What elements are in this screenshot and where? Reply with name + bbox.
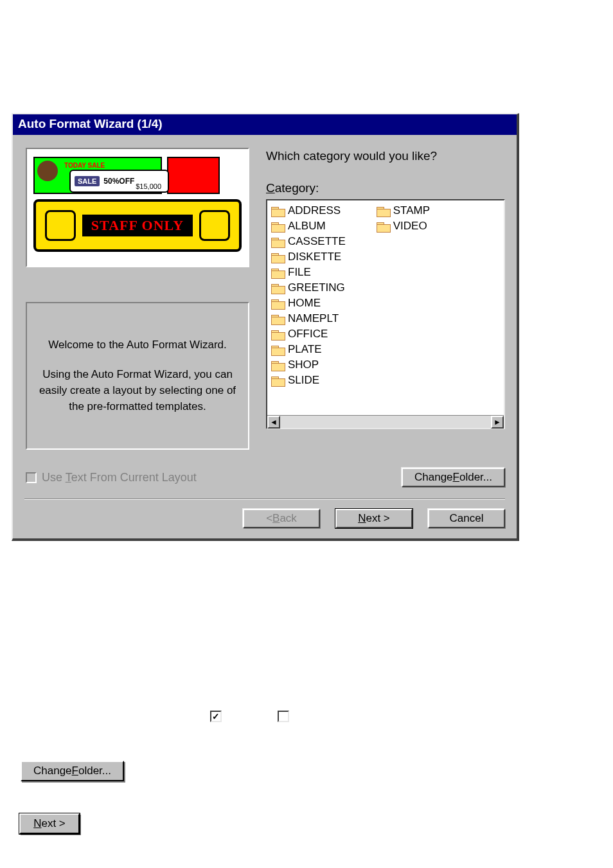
sample-change-folder-button[interactable]: Change Folder...: [21, 761, 124, 781]
category-item[interactable]: ALBUM: [270, 220, 347, 233]
preview-sale-pill: SALE: [75, 176, 100, 186]
folder-icon: [271, 344, 284, 355]
sample-checkbox-unchecked[interactable]: [278, 711, 289, 722]
folder-icon: [271, 236, 284, 247]
change-folder-button[interactable]: Change Folder...: [402, 468, 505, 487]
back-button: < Back: [243, 509, 320, 528]
category-item-label: SLIDE: [288, 374, 319, 387]
welcome-line-2: Using the Auto Format Wizard, you can ea…: [33, 367, 242, 414]
category-item[interactable]: STAMP: [375, 204, 431, 217]
category-item[interactable]: NAMEPLT: [270, 312, 347, 325]
category-item-label: FILE: [288, 266, 311, 279]
use-text-label: Use Text From Current Layout: [42, 471, 197, 484]
preview-staff-only: STAFF ONLY: [82, 215, 193, 236]
checkbox-box: [26, 472, 37, 483]
folder-icon: [271, 314, 284, 324]
auto-format-wizard-dialog: Auto Format Wizard (1/4) TODAY SALE SALE…: [12, 113, 519, 541]
next-button[interactable]: Next >: [335, 509, 413, 528]
use-text-checkbox: Use Text From Current Layout: [26, 471, 197, 484]
category-item[interactable]: SHOP: [270, 359, 347, 371]
category-item[interactable]: HOME: [270, 297, 347, 310]
welcome-panel: Welcome to the Auto Format Wizard. Using…: [26, 302, 249, 450]
category-item-label: OFFICE: [288, 328, 328, 341]
template-preview: TODAY SALE SALE 50%OFF $15,000 STAFF ONL…: [26, 148, 249, 267]
preview-sale-price: $15,000: [136, 182, 161, 190]
category-item-label: CASSETTE: [288, 235, 346, 248]
category-item-label: VIDEO: [393, 220, 427, 233]
category-item[interactable]: CASSETTE: [270, 235, 347, 248]
wizard-nav: < Back Next > Cancel: [13, 500, 517, 538]
folder-icon: [271, 267, 284, 278]
category-listbox[interactable]: ADDRESSALBUMCASSETTEDISKETTEFILEGREETING…: [266, 199, 505, 429]
category-item-label: NAMEPLT: [288, 312, 339, 325]
scroll-right-button[interactable]: ►: [491, 416, 504, 429]
category-item-label: DISKETTE: [288, 251, 341, 263]
listbox-hscrollbar[interactable]: ◄ ►: [267, 415, 504, 428]
category-item[interactable]: DISKETTE: [270, 251, 347, 263]
category-item-label: ADDRESS: [288, 204, 341, 217]
folder-icon: [271, 252, 284, 262]
category-item[interactable]: GREETING: [270, 281, 347, 294]
category-item[interactable]: VIDEO: [375, 220, 431, 233]
folder-icon: [271, 329, 284, 339]
category-prompt: Which category would you like?: [266, 149, 505, 163]
folder-icon: [271, 298, 284, 308]
category-item[interactable]: SLIDE: [270, 374, 347, 387]
scroll-left-button[interactable]: ◄: [267, 416, 280, 429]
folder-icon: [377, 206, 389, 216]
sample-checkbox-checked[interactable]: ✓: [210, 711, 222, 722]
category-item[interactable]: FILE: [270, 266, 347, 279]
category-item-label: PLATE: [288, 343, 322, 356]
category-label: Category:: [266, 181, 505, 195]
category-item[interactable]: PLATE: [270, 343, 347, 356]
folder-icon: [271, 283, 284, 293]
folder-icon: [377, 221, 389, 231]
titlebar: Auto Format Wizard (1/4): [13, 114, 517, 135]
cancel-button[interactable]: Cancel: [428, 509, 505, 528]
folder-icon: [271, 360, 284, 370]
category-item-label: ALBUM: [288, 220, 326, 233]
category-item-label: GREETING: [288, 281, 345, 294]
category-item[interactable]: OFFICE: [270, 328, 347, 341]
sample-next-button[interactable]: Next >: [19, 813, 80, 834]
category-item-label: STAMP: [393, 204, 430, 217]
category-item-label: SHOP: [288, 359, 319, 371]
folder-icon: [271, 206, 284, 216]
category-item[interactable]: ADDRESS: [270, 204, 347, 217]
welcome-line-1: Welcome to the Auto Format Wizard.: [48, 337, 226, 353]
category-item-label: HOME: [288, 297, 321, 310]
folder-icon: [271, 375, 284, 385]
preview-sale-off: 50%OFF: [103, 177, 134, 186]
folder-icon: [271, 221, 284, 231]
